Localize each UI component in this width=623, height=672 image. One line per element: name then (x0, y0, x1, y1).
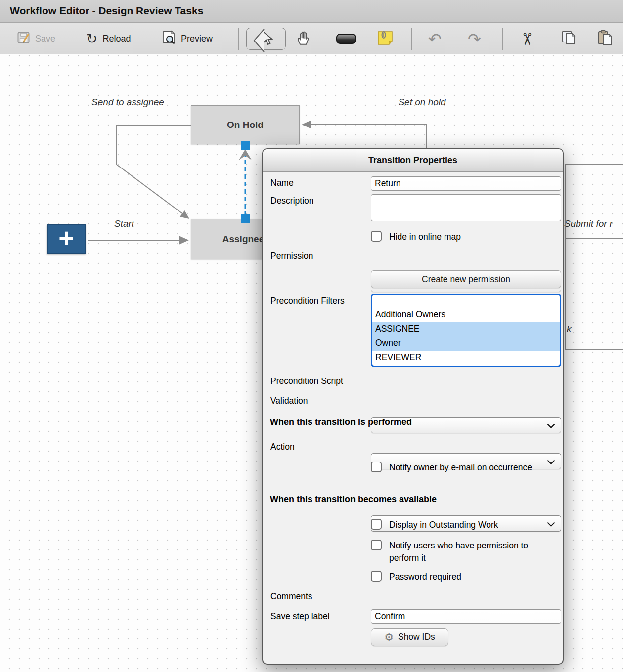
hand-icon (296, 30, 312, 48)
create-new-permission-button[interactable]: Create new permission (371, 270, 561, 288)
section-when-performed: When this transition is performed (270, 417, 412, 427)
toolbar-separator (238, 28, 239, 50)
gear-icon: ⚙ (384, 632, 394, 642)
display-outstanding-checkbox[interactable] (371, 519, 382, 530)
copy-button[interactable] (561, 23, 577, 54)
notify-owner-label: Notify owner by e-mail on occurrence (389, 462, 532, 474)
password-required-checkbox[interactable] (371, 571, 382, 582)
scissors-icon: ✂ (519, 32, 535, 46)
chevron-down-icon (547, 522, 555, 527)
paste-icon (597, 30, 613, 48)
edge-label-submit-fragment[interactable]: Submit for r (564, 218, 613, 229)
window-title: Workflow Editor - Design Review Tasks (10, 5, 203, 17)
filter-option[interactable]: REVIEWER (372, 351, 560, 365)
start-node[interactable]: + (47, 224, 86, 254)
password-required-label: Password required (389, 571, 461, 583)
save-label: Save (35, 34, 55, 44)
filter-option[interactable]: Owner (372, 336, 560, 351)
preview-label: Preview (181, 34, 213, 44)
edge-label-k-fragment[interactable]: k (567, 324, 572, 335)
hide-in-online-map-checkbox[interactable] (371, 231, 382, 242)
toolbar-separator (502, 28, 503, 50)
undo-icon: ↶ (428, 31, 442, 47)
show-ids-label: Show IDs (398, 632, 435, 642)
node-on-hold[interactable]: On Hold (191, 105, 300, 144)
name-input[interactable]: Return (371, 176, 561, 191)
name-label: Name (270, 178, 294, 188)
transition-properties-dialog: Transition Properties Name Return Descri… (262, 148, 564, 665)
pointer-tool-button[interactable] (246, 28, 286, 50)
cut-button[interactable]: ✂ (520, 23, 534, 54)
title-bar: Workflow Editor - Design Review Tasks (0, 0, 623, 23)
permission-label: Permission (270, 251, 313, 261)
reload-icon: ↻ (86, 32, 97, 46)
dialog-callout-pointer (253, 29, 265, 53)
node-assignee-label: Assignee (222, 234, 264, 245)
filter-option[interactable]: ASSIGNEE (372, 322, 560, 336)
redo-button[interactable]: ↷ (468, 23, 481, 54)
section-becomes-available: When this transition becomes available (270, 494, 437, 504)
workflow-editor-window: Workflow Editor - Design Review Tasks Sa… (0, 0, 623, 672)
preview-icon (162, 30, 176, 47)
display-outstanding-label: Display in Outstanding Work (389, 519, 498, 531)
description-input[interactable] (371, 194, 561, 221)
password-required-row: Password required (371, 571, 461, 583)
notify-users-row: Notify users who have permission to perf… (371, 540, 552, 565)
validation-label: Validation (270, 396, 308, 406)
dialog-title: Transition Properties (263, 149, 563, 172)
hide-in-online-map-label: Hide in online map (389, 231, 461, 243)
action-label: Action (270, 442, 295, 452)
copy-icon (561, 30, 577, 48)
edge-label-send-to-assignee[interactable]: Send to assignee (83, 97, 173, 108)
chevron-down-icon (547, 460, 555, 465)
save-step-input[interactable]: Confirm (371, 609, 561, 624)
preview-button[interactable]: Preview (162, 23, 213, 54)
paste-button[interactable] (597, 23, 613, 54)
reload-label: Reload (102, 34, 131, 44)
chevron-down-icon (547, 423, 555, 429)
reload-button[interactable]: ↻ Reload (86, 23, 131, 54)
precondition-filters-listbox[interactable]: Additional Owners ASSIGNEE Owner REVIEWE… (371, 294, 561, 367)
redo-icon: ↷ (468, 31, 481, 47)
toolbar: Save ↻ Reload Preview (0, 23, 623, 54)
notify-owner-row: Notify owner by e-mail on occurrence (371, 462, 532, 474)
save-floppy-icon (17, 31, 30, 46)
sticky-note-icon (377, 30, 394, 48)
comments-label: Comments (270, 591, 312, 602)
pan-tool-button[interactable] (296, 23, 312, 54)
note-tool-button[interactable] (377, 23, 394, 54)
edge-label-set-on-hold[interactable]: Set on hold (377, 97, 467, 108)
hide-in-online-map-row: Hide in online map (371, 231, 461, 243)
description-label: Description (270, 196, 314, 206)
display-outstanding-row: Display in Outstanding Work (371, 519, 498, 531)
notify-users-label: Notify users who have permission to perf… (389, 540, 552, 565)
step-node-icon (336, 34, 356, 44)
notify-users-checkbox[interactable] (371, 540, 382, 550)
toolbar-separator (411, 28, 412, 50)
filter-option[interactable]: Additional Owners (372, 308, 560, 322)
edge-label-start[interactable]: Start (99, 218, 149, 229)
save-step-label: Save step label (270, 611, 330, 622)
save-button[interactable]: Save (17, 23, 55, 54)
node-on-hold-label: On Hold (227, 120, 264, 130)
show-ids-button[interactable]: ⚙ Show IDs (371, 628, 448, 646)
precondition-filters-label: Precondition Filters (270, 296, 345, 306)
node-tool-button[interactable] (336, 23, 356, 54)
dialog-body: Name Return Description Hide in online m… (263, 172, 563, 665)
precondition-script-label: Precondition Script (270, 376, 343, 386)
undo-button[interactable]: ↶ (428, 23, 442, 54)
notify-owner-checkbox[interactable] (371, 462, 382, 472)
